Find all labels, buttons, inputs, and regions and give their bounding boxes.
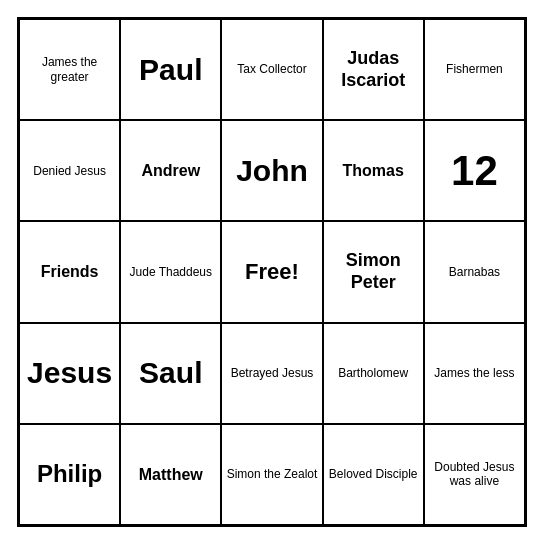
bingo-cell-r0c0[interactable]: James the greater [19, 19, 120, 120]
bingo-cell-r4c4[interactable]: Doubted Jesus was alive [424, 424, 525, 525]
bingo-cell-r0c1[interactable]: Paul [120, 19, 221, 120]
bingo-cell-r1c0[interactable]: Denied Jesus [19, 120, 120, 221]
bingo-cell-r2c4[interactable]: Barnabas [424, 221, 525, 322]
bingo-cell-r4c3[interactable]: Beloved Disciple [323, 424, 424, 525]
bingo-cell-r3c1[interactable]: Saul [120, 323, 221, 424]
bingo-cell-r1c1[interactable]: Andrew [120, 120, 221, 221]
bingo-cell-r4c1[interactable]: Matthew [120, 424, 221, 525]
bingo-cell-r2c2[interactable]: Free! [221, 221, 322, 322]
bingo-cell-r3c4[interactable]: James the less [424, 323, 525, 424]
bingo-cell-r2c0[interactable]: Friends [19, 221, 120, 322]
bingo-cell-r1c4[interactable]: 12 [424, 120, 525, 221]
bingo-cell-r3c2[interactable]: Betrayed Jesus [221, 323, 322, 424]
bingo-cell-r3c3[interactable]: Bartholomew [323, 323, 424, 424]
bingo-cell-r1c3[interactable]: Thomas [323, 120, 424, 221]
bingo-cell-r0c3[interactable]: Judas Iscariot [323, 19, 424, 120]
bingo-cell-r2c3[interactable]: Simon Peter [323, 221, 424, 322]
bingo-cell-r4c0[interactable]: Philip [19, 424, 120, 525]
bingo-cell-r1c2[interactable]: John [221, 120, 322, 221]
bingo-cell-r0c2[interactable]: Tax Collector [221, 19, 322, 120]
bingo-cell-r3c0[interactable]: Jesus [19, 323, 120, 424]
bingo-cell-r2c1[interactable]: Jude Thaddeus [120, 221, 221, 322]
bingo-cell-r4c2[interactable]: Simon the Zealot [221, 424, 322, 525]
bingo-board: James the greaterPaulTax CollectorJudas … [17, 17, 527, 527]
bingo-cell-r0c4[interactable]: Fishermen [424, 19, 525, 120]
